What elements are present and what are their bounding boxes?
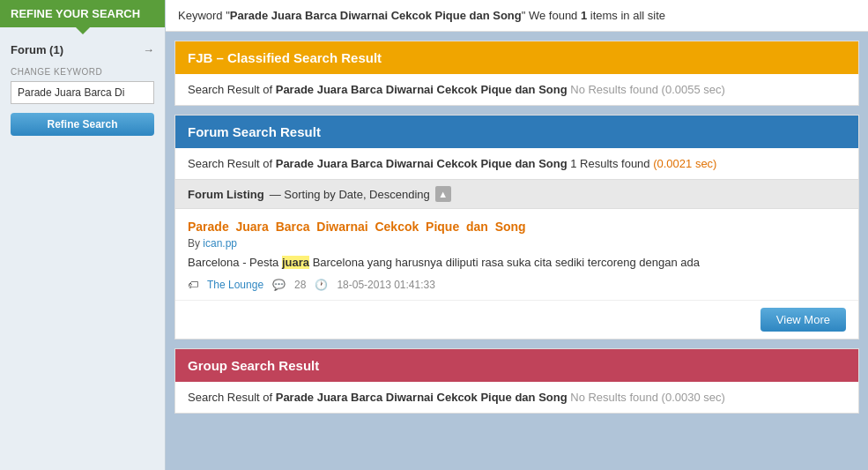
forum-results-summary: Search Result of Parade Juara Barca Diwa… <box>175 148 858 179</box>
result-author: By ican.pp <box>188 237 846 250</box>
sidebar-header: REFINE YOUR SEARCH <box>0 0 165 27</box>
main-content: Keyword "Parade Juara Barca Diwarnai Cek… <box>166 0 868 470</box>
group-keyword: Parade Juara Barca Diwarnai Cekcok Pique… <box>276 391 568 404</box>
fjb-no-results: No Results found (0.0055 sec) <box>568 83 725 96</box>
group-header: Group Search Result <box>175 349 858 382</box>
forum-result-prefix: Search Result of <box>188 157 276 170</box>
group-result-prefix: Search Result of <box>188 391 276 404</box>
refine-search-title: REFINE YOUR SEARCH <box>11 7 140 20</box>
forum-header: Forum Search Result <box>175 116 858 148</box>
fjb-header: FJB – Classified Search Result <box>175 41 858 74</box>
forum-listing-bar: Forum Listing — Sorting by Date, Descend… <box>175 179 858 209</box>
tag-lounge-link[interactable]: The Lounge <box>207 279 263 291</box>
forum-results-text: 1 Results found <box>568 157 654 170</box>
forum-arrow-icon[interactable]: → <box>143 43 154 56</box>
view-more-bar: View More <box>175 300 858 339</box>
result-excerpt: Barcelona - Pesta juara Barcelona yang h… <box>188 254 846 272</box>
forum-sorting-text: — Sorting by Date, Descending <box>270 188 430 201</box>
forum-keyword: Parade Juara Barca Diwarnai Cekcok Pique… <box>276 157 568 170</box>
fjb-body: Search Result of Parade Juara Barca Diwa… <box>175 74 858 105</box>
change-keyword-label: CHANGE KEYWORD <box>11 67 154 77</box>
topbar-prefix: Keyword " <box>178 9 230 22</box>
comment-icon: 💬 <box>272 279 286 291</box>
search-input[interactable] <box>11 81 154 104</box>
result-meta: 🏷 The Lounge 💬 28 🕐 18-05-2013 01:41:33 <box>188 279 846 291</box>
result-date: 18-05-2013 01:41:33 <box>337 279 434 291</box>
group-body: Search Result of Parade Juara Barca Diwa… <box>175 382 858 413</box>
author-link[interactable]: ican.pp <box>203 237 237 250</box>
fjb-result-prefix: Search Result of <box>188 83 276 96</box>
fjb-section: FJB – Classified Search Result Search Re… <box>174 41 859 106</box>
result-title: Parade Juara Barca Diwarnai Cekcok Pique… <box>188 220 846 234</box>
forum-listing-label: Forum Listing <box>188 188 264 201</box>
clock-icon: 🕐 <box>315 279 328 291</box>
group-no-results: No Results found (0.0030 sec) <box>570 391 725 404</box>
fjb-keyword: Parade Juara Barca Diwarnai Cekcok Pique… <box>276 83 568 96</box>
forum-results-time: (0.0021 sec) <box>653 157 716 170</box>
topbar-keyword: Parade Juara Barca Diwarnai Cekcok Pique… <box>230 9 522 22</box>
refine-search-button[interactable]: Refine Search <box>11 113 154 136</box>
forum-filter-label: Forum (1) <box>11 43 63 56</box>
forum-section: Forum Search Result Search Result of Par… <box>174 115 859 339</box>
sidebar: REFINE YOUR SEARCH Forum (1) → CHANGE KE… <box>0 0 166 470</box>
top-bar: Keyword "Parade Juara Barca Diwarnai Cek… <box>166 0 868 32</box>
topbar-count-suffix: items in all site <box>587 9 665 22</box>
forum-result-item: Parade Juara Barca Diwarnai Cekcok Pique… <box>175 209 858 300</box>
sidebar-section: Forum (1) → CHANGE KEYWORD Refine Search <box>0 27 165 145</box>
excerpt-highlight: juara <box>282 256 309 269</box>
comment-count: 28 <box>294 279 306 291</box>
forum-filter: Forum (1) → <box>11 43 154 56</box>
topbar-suffix: " We found <box>522 9 581 22</box>
tag-icon: 🏷 <box>188 279 198 291</box>
group-section: Group Search Result Search Result of Par… <box>174 348 859 414</box>
sort-icon[interactable]: ▲ <box>435 186 451 202</box>
view-more-button[interactable]: View More <box>760 308 846 332</box>
